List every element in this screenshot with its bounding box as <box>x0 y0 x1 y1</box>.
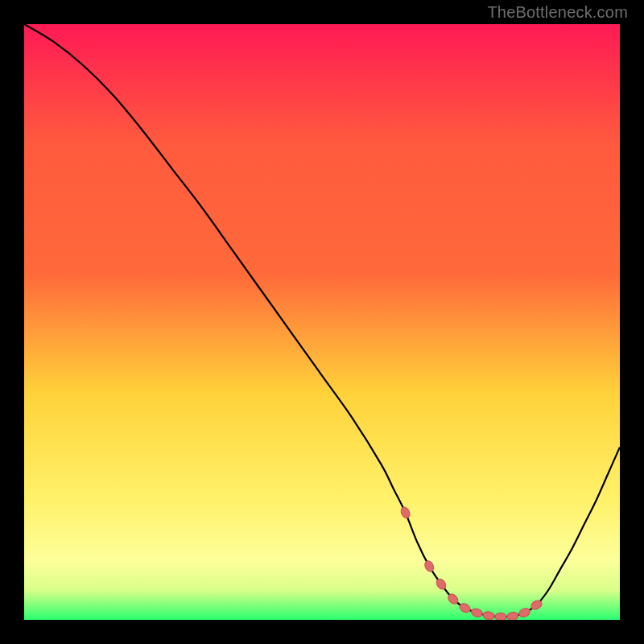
optimal-marker <box>495 613 506 620</box>
gradient-background <box>24 24 620 620</box>
chart-svg <box>24 24 620 620</box>
attribution-text: TheBottleneck.com <box>487 3 628 22</box>
chart-frame: TheBottleneck.com <box>0 0 644 644</box>
plot-area <box>24 24 620 620</box>
